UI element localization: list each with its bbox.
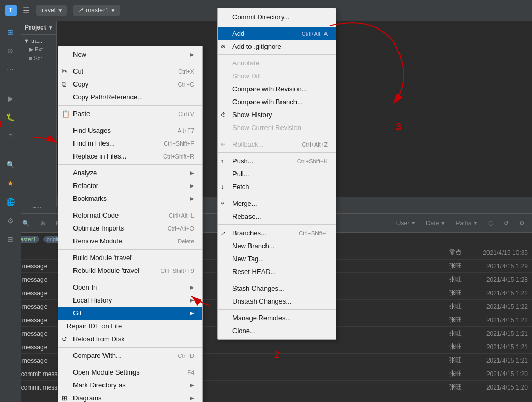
menu-item-copy[interactable]: ⧉ Copy Ctrl+C [58, 78, 202, 91]
git-menu-manage-remotes[interactable]: Manage Remotes... [218, 311, 336, 324]
git-menu-show-current-revision: Show Current Revision [218, 121, 336, 134]
sidebar-icon-search[interactable]: 🔍 [3, 157, 18, 172]
paste-icon: 📋 [62, 110, 70, 118]
sidebar-icon-run[interactable]: ▶ [3, 91, 18, 106]
branch-icon: ⎇ [77, 7, 84, 14]
git-menu-stash[interactable]: Stash Changes... [218, 282, 336, 295]
annotation-2: 2 [274, 350, 279, 361]
menu-item-cut[interactable]: ✂ Cut Ctrl+X [58, 65, 202, 78]
rollback-icon: ↩ [221, 141, 225, 147]
git-filter-plus[interactable]: ⊕ [37, 219, 49, 228]
git-menu-add[interactable]: Add Ctrl+Alt+A [218, 27, 336, 40]
git-menu-fetch[interactable]: ↓ Fetch [218, 180, 336, 193]
commit-date: 2021/4/15 1:22 [466, 290, 528, 297]
sidebar-icon-debug[interactable]: 🐛 [3, 110, 18, 124]
git-menu-new-tag[interactable]: New Tag... [218, 252, 336, 265]
menu-item-compare-with[interactable]: Compare With... Ctrl+D [58, 349, 202, 362]
git-menu-unstash[interactable]: Unstash Changes... [218, 295, 336, 308]
menu-item-find-usages[interactable]: Find Usages Alt+F7 [58, 124, 202, 137]
git-menu-add-gitignore[interactable]: ⊘ Add to .gitignore [218, 40, 336, 53]
menu-item-repair-ide[interactable]: Repair IDE on File [58, 320, 202, 333]
submenu-arrow: ▶ [190, 395, 194, 401]
sidebar-icon-settings[interactable]: ⚙ [3, 213, 18, 228]
menu-item-copy-path[interactable]: Copy Path/Reference... [58, 91, 202, 104]
menu-item-replace-files[interactable]: Replace in Files... Ctrl+Shift+R [58, 150, 202, 163]
git-menu-merge[interactable]: ⑂ Merge... [218, 197, 336, 210]
menu-item-reload-from-disk[interactable]: ↺ Reload from Disk [58, 333, 202, 346]
git-menu-rebase[interactable]: Rebase... [218, 210, 336, 223]
menu-separator [58, 207, 202, 207]
git-search[interactable]: 🔍 [19, 219, 33, 228]
git-menu-compare-branch[interactable]: Compare with Branch... [218, 95, 336, 108]
branch-name: master1 [86, 7, 108, 14]
menu-icon[interactable]: ☰ [23, 6, 30, 16]
paths-dropdown-icon: ▼ [473, 221, 478, 226]
submenu-arrow: ▶ [190, 196, 194, 202]
project-tree-item-travel[interactable]: ▼ tra... [24, 37, 53, 45]
menu-item-build[interactable]: Build Module 'travel' [58, 251, 202, 264]
menu-item-find-files[interactable]: Find in Files... Ctrl+Shift+F [58, 137, 202, 150]
menu-item-local-history[interactable]: Local History ▶ [58, 294, 202, 307]
project-tree-item-ext[interactable]: ▶ Ext [24, 45, 53, 54]
commit-date: 2021/4/15 1:22 [466, 303, 528, 310]
menu-separator [58, 279, 202, 279]
submenu-arrow: ▶ [190, 284, 194, 290]
sidebar-icon-list[interactable]: ≡ [3, 128, 18, 143]
menu-item-remove-module[interactable]: Remove Module Delete [58, 235, 202, 248]
commit-date: 2021/4/15 1:22 [466, 317, 528, 324]
commit-date: 2021/4/15 1:21 [466, 357, 528, 364]
branch-dropdown-icon: ▼ [111, 8, 116, 13]
sidebar-icon-star[interactable]: ★ [3, 176, 18, 191]
git-menu-pull[interactable]: Pull... [218, 167, 336, 180]
sidebar-icon-rect[interactable]: ⊟ [3, 232, 18, 247]
git-refresh[interactable]: ↺ [500, 219, 512, 228]
git-menu-push[interactable]: ↑ Push... Ctrl+Shift+K [218, 154, 336, 167]
menu-separator [58, 105, 202, 106]
commit-author: 张旺 [441, 329, 462, 338]
app-icon: T [5, 5, 17, 16]
sidebar-icon-earth[interactable]: 🌐 [3, 195, 18, 209]
branch-label[interactable]: ⎇ master1 ▼ [73, 5, 120, 16]
commit-author: 张旺 [441, 302, 462, 311]
submenu-arrow: ▶ [190, 170, 194, 176]
menu-item-optimize-imports[interactable]: Optimize Imports Ctrl+Alt+O [58, 222, 202, 235]
project-tree-item-scr[interactable]: ≡ Scr [24, 54, 53, 62]
git-menu-reset-head[interactable]: Reset HEAD... [218, 265, 336, 278]
commit-date: 2021/4/15 1:21 [466, 330, 528, 337]
sidebar-icon-more[interactable]: ⋯ [3, 62, 18, 77]
menu-item-paste[interactable]: 📋 Paste Ctrl+V [58, 107, 202, 120]
git-menu-new-branch[interactable]: New Branch... [218, 239, 336, 252]
git-menu-branches[interactable]: ↗ Branches... Ctrl+Shift+` [218, 226, 336, 239]
menu-item-reformat[interactable]: Reformat Code Ctrl+Alt+L [58, 209, 202, 222]
diagrams-icon: ⊞ [62, 394, 67, 402]
menu-item-open-module-settings[interactable]: Open Module Settings F4 [58, 366, 202, 379]
git-user-filter[interactable]: User ▼ [393, 219, 419, 228]
git-paths-filter[interactable]: Paths ▼ [452, 219, 481, 228]
menu-item-new[interactable]: New ▶ [58, 48, 202, 61]
menu-item-mark-directory[interactable]: Mark Directory as ▶ [58, 379, 202, 392]
git-menu-commit-dir[interactable]: Commit Directory... [218, 10, 336, 23]
menu-item-refactor[interactable]: Refactor ▶ [58, 179, 202, 192]
submenu-arrow: ▶ [190, 297, 194, 303]
menu-separator [218, 136, 336, 136]
git-menu-compare-revision[interactable]: Compare with Revision... [218, 82, 336, 95]
menu-item-git[interactable]: Git ▶ [58, 307, 202, 320]
project-label[interactable]: travel ▼ [36, 5, 67, 16]
commit-author: 张旺 [441, 262, 462, 270]
menu-item-open-in[interactable]: Open In ▶ [58, 281, 202, 294]
menu-item-analyze[interactable]: Analyze ▶ [58, 166, 202, 179]
submenu-arrow: ▶ [190, 52, 194, 58]
sidebar-icon-add[interactable]: ⊕ [3, 44, 18, 58]
git-new-branch-icon[interactable]: ⬡ [485, 219, 496, 228]
menu-item-rebuild[interactable]: Rebuild Module 'travel' Ctrl+Shift+F9 [58, 264, 202, 277]
menu-item-bookmarks[interactable]: Bookmarks ▶ [58, 192, 202, 205]
git-settings[interactable]: ⚙ [516, 219, 528, 228]
git-menu-show-history[interactable]: ⏱ Show History [218, 108, 336, 121]
paths-label: Paths [455, 220, 471, 227]
git-date-filter[interactable]: Date ▼ [423, 219, 448, 228]
menu-item-diagrams[interactable]: ⊞ Diagrams ▶ [58, 392, 202, 402]
git-menu-clone[interactable]: Clone... [218, 324, 336, 337]
project-dropdown-icon: ▼ [57, 8, 63, 13]
project-panel: Project ▼ ▼ tra... ▶ Ext ≡ Scr [21, 21, 57, 207]
sidebar-icon-project[interactable]: ⊞ [3, 25, 18, 39]
